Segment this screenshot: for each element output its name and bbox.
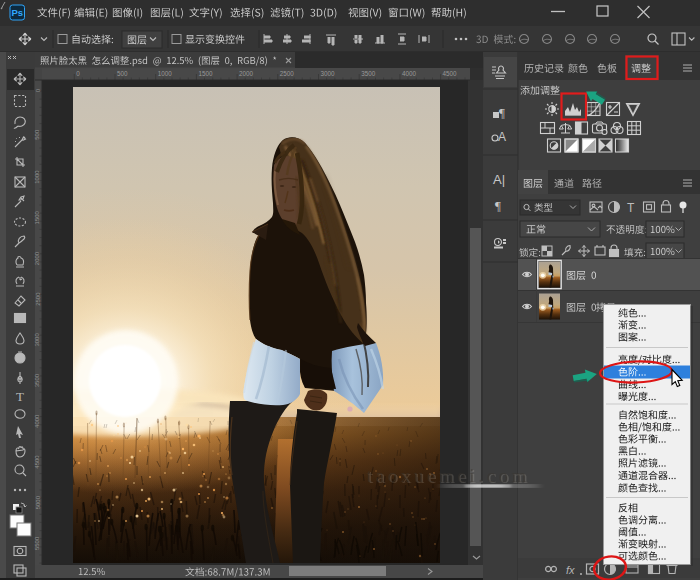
- svg-text:fx: fx: [566, 564, 575, 576]
- svg-text:3500: 3500: [361, 70, 376, 77]
- svg-text:1500: 1500: [35, 210, 41, 224]
- svg-text:T: T: [627, 201, 635, 215]
- svg-text:5500: 5500: [35, 536, 41, 550]
- svg-text:A|: A|: [493, 172, 505, 187]
- svg-text:A: A: [498, 130, 506, 144]
- svg-text:2000: 2000: [239, 70, 254, 77]
- svg-text:1000: 1000: [158, 70, 173, 77]
- svg-text:0: 0: [76, 70, 80, 77]
- svg-text:2500: 2500: [280, 70, 295, 77]
- svg-text:4000: 4000: [35, 414, 41, 428]
- svg-text:1000: 1000: [35, 170, 41, 184]
- svg-text:4500: 4500: [443, 70, 458, 77]
- svg-text:Ps: Ps: [11, 7, 23, 18]
- svg-text:2500: 2500: [35, 292, 41, 306]
- svg-text:¶: ¶: [495, 198, 501, 213]
- svg-text:¶: ¶: [499, 105, 505, 120]
- svg-text:4500: 4500: [35, 455, 41, 469]
- svg-text:2000: 2000: [35, 251, 41, 265]
- svg-text:T: T: [16, 389, 24, 404]
- svg-text:3000: 3000: [35, 333, 41, 347]
- svg-text:4000: 4000: [402, 70, 417, 77]
- svg-text:500: 500: [117, 70, 128, 77]
- svg-text:5000: 5000: [35, 495, 41, 509]
- svg-text:taoxuemei.com: taoxuemei.com: [367, 465, 530, 486]
- svg-text:3500: 3500: [35, 373, 41, 387]
- svg-text:1500: 1500: [198, 70, 213, 77]
- svg-text:3000: 3000: [321, 70, 336, 77]
- svg-text:500: 500: [35, 129, 41, 140]
